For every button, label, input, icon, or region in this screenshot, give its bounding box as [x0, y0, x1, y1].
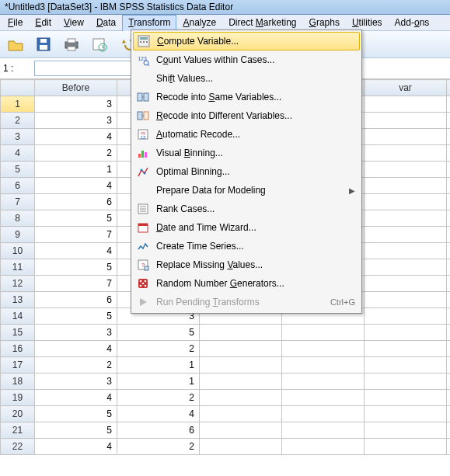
cell[interactable] — [365, 406, 447, 422]
cell[interactable] — [447, 276, 451, 292]
row-number[interactable]: 1 — [1, 96, 35, 113]
menu-edit[interactable]: Edit — [29, 15, 58, 30]
cell[interactable]: 4 — [35, 129, 117, 145]
menu-data[interactable]: Data — [90, 15, 122, 30]
menu-item-shift-values[interactable]: Shift Values... — [133, 69, 360, 88]
cell[interactable]: 2 — [35, 357, 117, 374]
cell[interactable] — [365, 227, 447, 243]
cell[interactable] — [200, 374, 282, 390]
cell[interactable] — [282, 439, 365, 455]
row-number[interactable]: 5 — [1, 162, 35, 178]
cell[interactable] — [447, 390, 451, 406]
cell[interactable] — [282, 357, 365, 374]
row-number[interactable]: 2 — [1, 113, 35, 129]
cell[interactable]: 6 — [35, 292, 117, 308]
menu-item-automatic-recode[interactable]: xy12Automatic Recode... — [133, 125, 360, 144]
toolbar-print-button[interactable] — [61, 33, 82, 55]
cell[interactable] — [447, 374, 451, 390]
menu-item-prepare-data-for-modeling[interactable]: Prepare Data for Modeling▶ — [133, 181, 360, 200]
cell[interactable] — [447, 129, 451, 145]
cell[interactable] — [365, 129, 447, 145]
cell[interactable]: 5 — [35, 422, 117, 439]
cell[interactable]: 3 — [35, 325, 117, 341]
row-number[interactable]: 21 — [1, 422, 35, 439]
toolbar-open-button[interactable] — [5, 33, 26, 55]
menu-item-compute-variable[interactable]: Compute Variable... — [133, 32, 360, 50]
menu-view[interactable]: View — [58, 15, 90, 30]
menu-item-date-and-time-wizard[interactable]: Date and Time Wizard... — [133, 218, 360, 237]
cell[interactable]: 5 — [35, 406, 117, 422]
menu-graphs[interactable]: Graphs — [303, 15, 346, 30]
cell[interactable] — [365, 194, 447, 210]
cell[interactable]: 7 — [35, 276, 117, 292]
toolbar-save-button[interactable] — [33, 33, 54, 55]
cell[interactable]: 4 — [35, 178, 117, 194]
cell[interactable] — [282, 341, 365, 357]
cell[interactable] — [365, 390, 447, 406]
cell[interactable]: 4 — [35, 390, 117, 406]
cell[interactable] — [200, 439, 282, 455]
row-number[interactable]: 9 — [1, 227, 35, 243]
cell[interactable]: 5 — [35, 210, 117, 227]
cell[interactable] — [447, 145, 451, 162]
cell[interactable] — [365, 357, 447, 374]
cell[interactable] — [365, 162, 447, 178]
menu-direct-marketing[interactable]: Direct Marketing — [222, 15, 302, 30]
menu-file[interactable]: File — [2, 15, 29, 30]
cell[interactable] — [447, 113, 451, 129]
menu-analyze[interactable]: Analyze — [176, 15, 222, 30]
row-number[interactable]: 11 — [1, 259, 35, 276]
cell[interactable] — [447, 406, 451, 422]
menu-item-count-values-within-cases[interactable]: 123Count Values within Cases... — [133, 50, 360, 69]
menu-item-rank-cases[interactable]: Rank Cases... — [133, 200, 360, 218]
cell[interactable] — [447, 178, 451, 194]
cell[interactable] — [200, 390, 282, 406]
cell[interactable] — [447, 194, 451, 210]
cell[interactable] — [447, 210, 451, 227]
row-number[interactable]: 3 — [1, 129, 35, 145]
row-number[interactable]: 10 — [1, 243, 35, 259]
menu-item-optimal-binning[interactable]: Optimal Binning... — [133, 162, 360, 181]
row-number[interactable]: 22 — [1, 439, 35, 455]
cell[interactable] — [365, 243, 447, 259]
cell[interactable] — [365, 341, 447, 357]
row-number[interactable]: 18 — [1, 374, 35, 390]
cell[interactable] — [200, 422, 282, 439]
cell[interactable] — [282, 325, 365, 341]
cell[interactable] — [447, 96, 451, 113]
cell[interactable] — [447, 308, 451, 325]
row-number[interactable]: 8 — [1, 210, 35, 227]
cell[interactable]: 4 — [35, 439, 117, 455]
menu-item-recode-into-different-variables[interactable]: Recode into Different Variables... — [133, 106, 360, 125]
menu-item-random-number-generators[interactable]: Random Number Generators... — [133, 274, 360, 293]
rownum-header[interactable] — [1, 80, 35, 96]
cell[interactable]: 5 — [35, 308, 117, 325]
cell[interactable] — [447, 341, 451, 357]
cell[interactable] — [365, 113, 447, 129]
cell[interactable] — [365, 308, 447, 325]
cell[interactable]: 5 — [117, 325, 200, 341]
row-number[interactable]: 13 — [1, 292, 35, 308]
cell[interactable] — [447, 292, 451, 308]
cell[interactable]: 2 — [117, 390, 200, 406]
row-number[interactable]: 6 — [1, 178, 35, 194]
cell[interactable] — [447, 439, 451, 455]
row-number[interactable]: 19 — [1, 390, 35, 406]
cell[interactable] — [365, 145, 447, 162]
column-header[interactable]: var — [365, 80, 447, 96]
row-number[interactable]: 20 — [1, 406, 35, 422]
cell[interactable] — [365, 276, 447, 292]
cell[interactable]: 3 — [35, 113, 117, 129]
menu-item-recode-into-same-variables[interactable]: Recode into Same Variables... — [133, 88, 360, 106]
cell[interactable]: 6 — [35, 194, 117, 210]
cell[interactable]: 7 — [35, 227, 117, 243]
cell[interactable]: 5 — [35, 259, 117, 276]
row-number[interactable]: 7 — [1, 194, 35, 210]
cell[interactable]: 1 — [117, 374, 200, 390]
cell[interactable] — [365, 292, 447, 308]
cell[interactable] — [447, 259, 451, 276]
cell[interactable] — [282, 390, 365, 406]
cell[interactable]: 2 — [117, 341, 200, 357]
cell[interactable] — [365, 259, 447, 276]
cell[interactable] — [447, 227, 451, 243]
